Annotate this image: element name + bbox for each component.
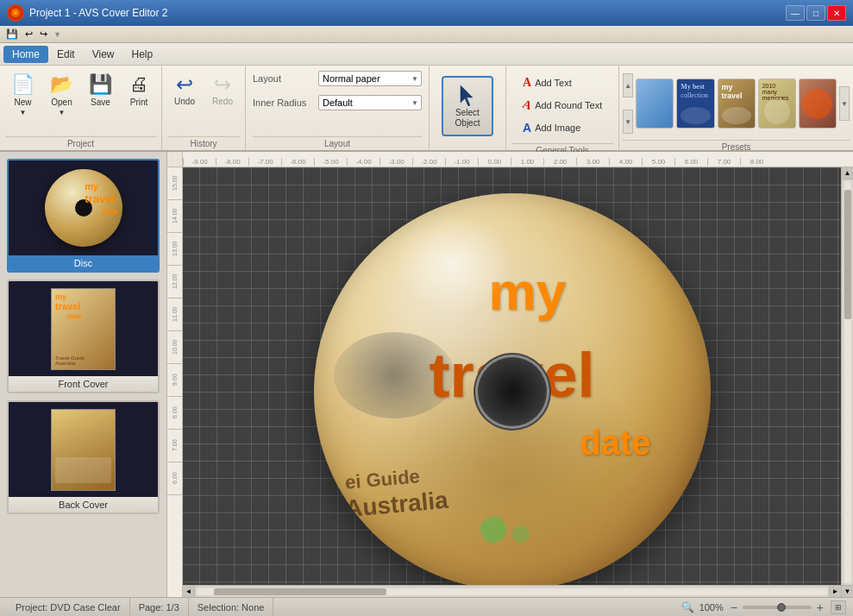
status-project: Project: DVD Case Clear	[7, 598, 130, 616]
save-icon: 💾	[89, 73, 112, 96]
zoom-slider[interactable]	[743, 606, 812, 609]
ribbon: 📄 New ▼ 📂 Open ▼ 💾 Save 🖨 Print	[0, 66, 853, 152]
redo-button[interactable]: ↪ Redo	[205, 69, 240, 110]
v-ruler-tick: 9.00	[167, 364, 182, 397]
ruler-tick: 5.00	[642, 158, 674, 166]
print-icon: 🖨	[129, 73, 148, 96]
zoom-in-btn[interactable]: +	[817, 600, 824, 614]
main-area: -9.00 -8.00 -7.00 -6.00 -5.00 -4.00 -3.0…	[167, 152, 853, 597]
select-object-label: SelectObject	[455, 108, 480, 129]
open-button[interactable]: 📂 Open ▼	[44, 69, 79, 121]
disc-text-date: date	[580, 424, 650, 462]
v-scrollbar-thumb[interactable]	[844, 190, 851, 319]
v-ruler-tick: 12.00	[167, 266, 182, 299]
save-button[interactable]: 💾 Save	[83, 69, 118, 111]
add-round-text-button[interactable]: A Add Round Text	[517, 95, 608, 116]
scroll-up-btn[interactable]: ▲	[842, 167, 854, 179]
zoom-percent: 100%	[699, 602, 725, 613]
menu-help[interactable]: Help	[123, 46, 162, 63]
v-ruler-tick: 6.00	[167, 462, 182, 495]
radius-select[interactable]: Default Small Large	[318, 95, 422, 110]
add-text-label: Add Text	[535, 78, 572, 88]
ruler-tick: 6.00	[674, 158, 707, 166]
scroll-right-btn[interactable]: ►	[829, 586, 841, 598]
titlebar: Project 1 - AVS Cover Editor 2 — □ ✕	[0, 0, 853, 26]
menu-home[interactable]: Home	[3, 46, 48, 63]
select-object-button[interactable]: SelectObject	[442, 76, 493, 136]
preset-thumb-1[interactable]	[636, 79, 674, 129]
disc-label: Disc	[9, 255, 158, 271]
disc-artwork[interactable]: my travel date ei Guide Australia	[314, 193, 711, 590]
undo-button[interactable]: ↩ Undo	[167, 69, 202, 110]
ribbon-presets-section: ▲ ▼ My best collection mytravel	[619, 66, 853, 150]
v-ruler-tick: 11.00	[167, 299, 182, 331]
preset-thumb-5[interactable]	[799, 79, 837, 129]
status-selection: Selection: None	[189, 598, 274, 616]
zoom-out-btn[interactable]: −	[731, 600, 737, 614]
v-ruler-tick: 13.00	[167, 233, 182, 266]
add-image-icon: A	[523, 121, 531, 135]
ruler-tick: 7.00	[707, 158, 740, 166]
preset-thumb-4[interactable]: 2010manymemories	[758, 79, 796, 129]
presets-expand-btn[interactable]: ▼	[839, 86, 850, 121]
preset-thumb-2[interactable]: My best collection	[676, 79, 714, 129]
minimize-button[interactable]: —	[786, 5, 805, 21]
qa-save-btn[interactable]: 💾	[3, 28, 21, 41]
canvas-container[interactable]: my travel date ei Guide Australia	[183, 167, 841, 597]
radius-field-label: Inner Radius	[253, 97, 313, 108]
layout-select[interactable]: Normal paper Slim paper Custom	[318, 71, 422, 86]
new-button[interactable]: 📄 New ▼	[5, 69, 41, 121]
menu-view[interactable]: View	[84, 46, 123, 63]
open-arrow: ▼	[59, 109, 66, 116]
menu-edit[interactable]: Edit	[48, 46, 84, 63]
add-image-label: Add Image	[535, 123, 580, 133]
print-button[interactable]: 🖨 Print	[122, 69, 156, 111]
radius-row: Inner Radius Default Small Large	[253, 95, 422, 110]
front-cover-thumbnail: mytraveldate Travel GuideAustralia	[9, 281, 158, 376]
preset-thumb-3[interactable]: mytravel	[718, 79, 756, 129]
fit-window-btn[interactable]: ⊞	[831, 600, 846, 614]
ruler-tick: -4.00	[347, 158, 379, 166]
close-button[interactable]: ✕	[827, 5, 846, 21]
scroll-left-btn[interactable]: ◄	[183, 586, 195, 598]
disc-center-hole	[478, 357, 547, 426]
new-label: New	[14, 97, 31, 107]
maximize-button[interactable]: □	[806, 5, 825, 21]
sidebar-item-back-cover[interactable]: Back Cover	[7, 400, 160, 514]
open-label: Open	[51, 97, 72, 107]
scroll-down-btn[interactable]: ▼	[842, 585, 854, 597]
horizontal-scrollbar[interactable]: ◄ ►	[183, 585, 841, 597]
window-title: Project 1 - AVS Cover Editor 2	[29, 7, 168, 19]
sidebar-item-front-cover[interactable]: mytraveldate Travel GuideAustralia Front…	[7, 280, 160, 393]
history-buttons: ↩ Undo ↪ Redo	[167, 69, 240, 135]
layout-section-label: Layout	[253, 136, 422, 150]
add-image-button[interactable]: A Add Image	[517, 117, 608, 138]
vertical-ruler: 15.00 14.00 13.00 12.00 11.00 10.00 9.00…	[167, 167, 183, 597]
sidebar-item-disc[interactable]: mytraveldate Disc	[7, 159, 160, 273]
vertical-scrollbar: ▲ ▼	[841, 167, 853, 597]
save-label: Save	[91, 97, 110, 107]
ribbon-history-section: ↩ Undo ↪ Redo History	[162, 66, 246, 150]
status-right: 🔍 100% − + ⊞	[681, 600, 846, 614]
ruler-tick: -6.00	[281, 158, 314, 166]
add-text-button[interactable]: A Add Text	[517, 72, 608, 93]
front-cover-label: Front Cover	[9, 376, 158, 392]
open-icon: 📂	[50, 73, 73, 96]
add-text-icon: A	[523, 76, 531, 90]
presets-scroll-down[interactable]: ▼	[623, 110, 633, 134]
presets-section-label: Presets	[623, 140, 850, 150]
titlebar-left: Project 1 - AVS Cover Editor 2	[7, 4, 168, 22]
qa-redo-btn[interactable]: ↪	[37, 28, 50, 41]
redo-label: Redo	[212, 97, 233, 106]
undo-icon: ↩	[176, 72, 193, 97]
scrollbar-thumb[interactable]	[214, 588, 386, 595]
svg-point-2	[14, 11, 17, 15]
app-logo	[7, 4, 24, 22]
presets-scroll-up[interactable]: ▲	[623, 73, 633, 97]
v-ruler-tick: 10.00	[167, 331, 182, 364]
ruler-tick: 2.00	[543, 158, 576, 166]
qa-undo-btn[interactable]: ↩	[22, 28, 35, 41]
new-arrow: ▼	[20, 109, 27, 116]
undo-label: Undo	[174, 97, 195, 106]
ruler-tick: 8.00	[740, 158, 773, 166]
